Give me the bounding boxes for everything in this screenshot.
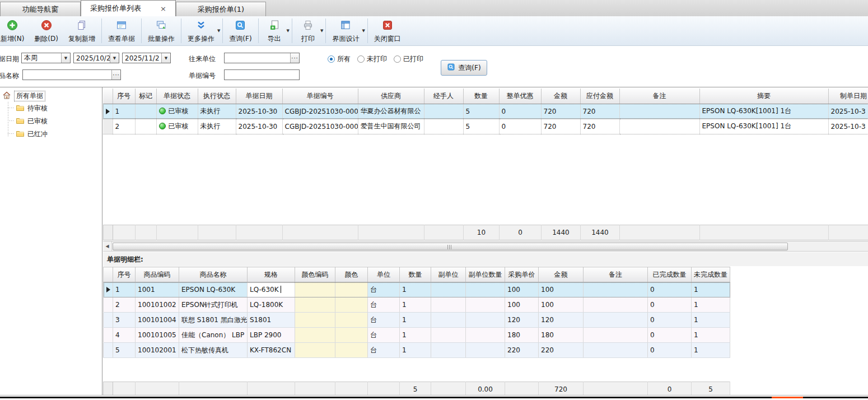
col-header[interactable]: 整单优惠	[499, 89, 541, 104]
col-header[interactable]: 副单位	[431, 267, 466, 282]
total-discount: 0	[500, 225, 542, 240]
col-header[interactable]: 单位	[368, 267, 400, 282]
col-header[interactable]: 规格	[248, 267, 295, 282]
copy-icon	[76, 20, 87, 32]
row-marker	[103, 104, 113, 119]
view-doc-icon	[116, 20, 127, 32]
col-header[interactable]: 金额	[539, 267, 584, 282]
copy-add-button[interactable]: 复制新增	[63, 17, 100, 45]
col-header[interactable]: 应付金额	[580, 89, 619, 104]
table-row[interactable]: 1 已审核 未执行 2025-10-30 CGBJD-20251030-000 …	[103, 104, 868, 119]
lookup-ellipsis-button[interactable]: ···	[111, 70, 120, 80]
tab-close-icon[interactable]: ×	[160, 5, 166, 12]
toolbar-separator	[292, 18, 292, 43]
radio-unprinted[interactable]: 未打印	[357, 54, 387, 64]
col-header[interactable]: 序号	[113, 267, 136, 282]
add-button[interactable]: 新增(N)	[0, 17, 29, 45]
current-row-arrow-icon	[106, 109, 110, 114]
query-toolbar-button[interactable]: 查询(F)	[224, 17, 256, 45]
col-header[interactable]: 序号	[113, 89, 135, 104]
print-icon	[302, 20, 314, 32]
chevron-down-icon[interactable]: ▼	[61, 53, 70, 63]
total-qty: 10	[464, 225, 500, 240]
col-header[interactable]: 采购单价	[505, 267, 539, 282]
query-button[interactable]: 查询(F)	[441, 60, 487, 76]
radio-icon	[394, 55, 401, 63]
col-header[interactable]: 备注	[584, 267, 648, 282]
horizontal-scrollbar[interactable]: ◀	[103, 241, 868, 252]
col-header[interactable]: 备注	[619, 89, 699, 104]
radio-printed[interactable]: 已打印	[394, 54, 423, 64]
partner-input[interactable]: ···	[224, 53, 300, 63]
detail-row[interactable]: 5 100102001 松下热敏传真机 KX-FT862CN 台 1 220 2…	[104, 343, 730, 358]
tree-item-pending[interactable]: 待审核	[16, 103, 48, 114]
close-window-button[interactable]: 关闭窗口	[369, 17, 406, 45]
tab-quotation-form[interactable]: 采购报价单(1)	[176, 2, 266, 16]
spec-edit-cell[interactable]: LQ-630K	[248, 282, 295, 297]
export-button[interactable]: 导出	[260, 17, 289, 45]
search-icon	[235, 20, 246, 32]
delete-button[interactable]: 删除(D)	[29, 17, 63, 45]
col-header[interactable]: 单据状态	[156, 89, 198, 104]
table-row[interactable]: 2 已审核 未执行 2025-10-30 CGBJD-20251030-000 …	[103, 119, 868, 134]
toolbar-separator	[258, 18, 259, 43]
dropdown-caret-icon[interactable]: ▼	[217, 29, 220, 33]
col-header[interactable]: 供应商	[358, 89, 424, 104]
col-header[interactable]: 单据编号	[282, 89, 358, 104]
tab-nav-window[interactable]: 功能导航窗	[0, 2, 81, 16]
detail-row[interactable]: 2 100101002 EPSON针式打印机 LQ-1800K 台 1 100 …	[104, 297, 730, 313]
dropdown-caret-icon[interactable]: ▼	[320, 29, 323, 33]
dropdown-caret-icon[interactable]: ▼	[287, 29, 290, 33]
col-header[interactable]: 摘要	[699, 89, 828, 104]
col-header[interactable]: 单据日期	[236, 89, 282, 104]
detail-grid: 序号 商品编码 商品名称 规格 颜色编码 颜色 单位 数量 副单位 副单位数量 …	[103, 267, 730, 358]
radio-all[interactable]: 所有	[328, 54, 351, 64]
col-header[interactable]: 数量	[400, 267, 431, 282]
col-header[interactable]: 商品编码	[136, 267, 179, 282]
date-preset-select[interactable]: 本周▼	[21, 53, 71, 63]
lookup-ellipsis-button[interactable]: ···	[290, 53, 299, 63]
total-amount: 1440	[542, 225, 581, 240]
detail-row[interactable]: 4 100101005 佳能（Canon） LBP LBP 2900 台 1 1…	[104, 328, 730, 343]
total-payable: 1440	[581, 225, 620, 240]
close-window-icon	[382, 20, 393, 32]
docno-label: 单据编号	[189, 71, 216, 81]
more-ops-button[interactable]: 更多操作	[183, 17, 220, 45]
col-header[interactable]: 制单日期	[828, 89, 868, 104]
col-header[interactable]: 颜色	[335, 267, 368, 282]
col-header[interactable]: 标记	[135, 89, 156, 104]
date-to-select[interactable]: 2025/11/2▼	[122, 53, 171, 63]
view-doc-button[interactable]: 查看单据	[103, 17, 140, 45]
tree-item-all-docs[interactable]: 所有单据	[2, 91, 45, 101]
tree-item-approved[interactable]: 已审核	[16, 116, 48, 127]
col-header[interactable]: 商品名称	[179, 267, 248, 282]
col-header[interactable]: 执行状态	[198, 89, 236, 104]
dropdown-caret-icon[interactable]: ▼	[362, 29, 365, 33]
date-from-select[interactable]: 2025/10/27▼	[73, 53, 119, 63]
col-header[interactable]: 数量	[463, 89, 499, 104]
print-button[interactable]: 打印	[293, 17, 323, 45]
content-area: 所有单据 待审核 已审核 已红冲	[0, 87, 868, 396]
chevron-down-icon[interactable]: ▼	[110, 53, 119, 63]
product-input[interactable]: ···	[22, 69, 121, 80]
col-header[interactable]: 未完成数量	[692, 267, 730, 282]
splitter-handle[interactable]	[772, 397, 803, 398]
ui-design-button[interactable]: 界面设计	[327, 17, 364, 45]
scroll-left-arrow-icon[interactable]: ◀	[103, 241, 112, 251]
toolbar: 新增(N) 删除(D) 复制新增 查看单据 批量操作 更多操作 ▼ 查询(F	[0, 16, 868, 46]
chevron-down-icon[interactable]: ▼	[161, 53, 170, 63]
col-header[interactable]: 已完成数量	[648, 267, 692, 282]
detail-row[interactable]: 1 1001 EPSON LQ-630K LQ-630K 台 1 100 100	[104, 282, 730, 297]
tab-quotation-list[interactable]: 采购报价单列表 ×	[81, 0, 176, 16]
col-header[interactable]: 副单位数量	[466, 267, 505, 282]
col-header[interactable]: 金额	[541, 89, 580, 104]
detail-row[interactable]: 3 100101004 联想 S1801 黑白激光 S1801 台 1 120 …	[104, 313, 730, 328]
col-header[interactable]: 经手人	[424, 89, 463, 104]
scrollbar-thumb[interactable]	[113, 243, 788, 250]
double-chevron-down-icon	[195, 20, 207, 32]
tree-item-reversed[interactable]: 已红冲	[16, 129, 48, 139]
batch-ops-button[interactable]: 批量操作	[143, 17, 180, 45]
docno-input[interactable]	[224, 69, 300, 80]
toolbar-separator	[141, 18, 142, 43]
col-header[interactable]: 颜色编码	[295, 267, 335, 282]
